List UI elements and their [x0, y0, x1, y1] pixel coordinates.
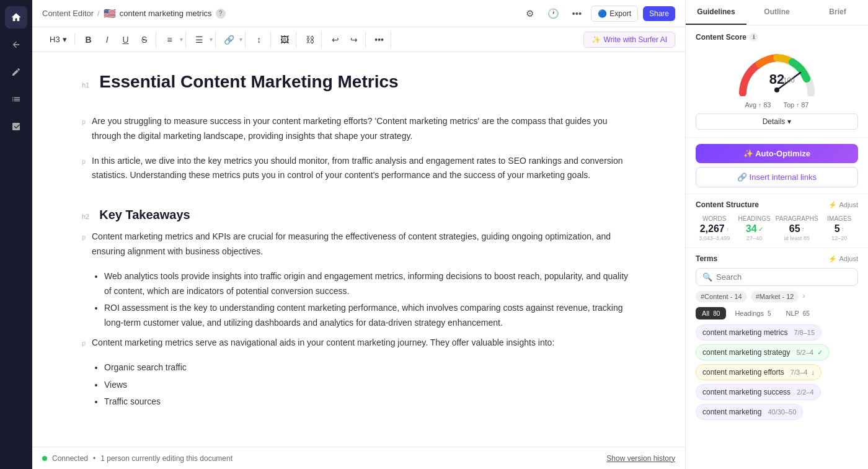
- auto-optimize-button[interactable]: ✨ Auto-Optimize: [696, 144, 858, 163]
- heading-select[interactable]: H3 ▾: [45, 34, 72, 45]
- tab-headings-label: Headings: [735, 310, 763, 317]
- score-help-icon[interactable]: ℹ: [749, 33, 758, 42]
- list-group: ☰ ▾: [188, 31, 216, 48]
- tab-guidelines[interactable]: Guidelines: [686, 0, 746, 25]
- sidebar-icon-list[interactable]: [5, 88, 27, 110]
- chain-button[interactable]: ⛓: [301, 31, 319, 48]
- show-history-button[interactable]: Show version history: [606, 454, 675, 463]
- share-label: Share: [649, 9, 669, 18]
- headings-label: HEADINGS: [735, 215, 773, 222]
- strikethrough-button[interactable]: S: [136, 31, 153, 48]
- bullet-1-text[interactable]: Web analytics tools provide insights int…: [104, 271, 628, 296]
- sub-bullet-2[interactable]: Views: [104, 378, 636, 393]
- tab-all-count: 80: [713, 310, 720, 317]
- more-icon[interactable]: •••: [567, 4, 586, 23]
- heading-2-1[interactable]: Key Takeaways: [99, 208, 190, 222]
- link-chevron: ▾: [239, 36, 242, 43]
- clock-icon[interactable]: 🕐: [544, 4, 562, 23]
- terms-search-input[interactable]: [716, 272, 851, 282]
- list-button[interactable]: ☰: [191, 31, 208, 48]
- sidebar-icon-back[interactable]: [5, 34, 27, 56]
- term-range-4: 40/30–50: [768, 408, 796, 416]
- sidebar-icon-analytics[interactable]: [5, 115, 27, 138]
- term-chip-3[interactable]: content marketing success 2/2–4: [696, 384, 821, 400]
- move-button[interactable]: ↕: [250, 31, 268, 48]
- term-chip-2[interactable]: content marketing efforts 7/3–4 ↓: [696, 364, 822, 380]
- write-ai-button[interactable]: ✨ Write with Surfer AI: [583, 32, 675, 48]
- paragraphs-label: PARAGRAPHS: [776, 215, 818, 222]
- action-buttons: ✨ Auto-Optimize 🔗 Insert internal links: [686, 138, 868, 194]
- paragraphs-stat: PARAGRAPHS 65 ↑ at least 85: [776, 215, 818, 241]
- para-2-text[interactable]: In this article, we dive into the key me…: [92, 154, 636, 184]
- gauge-svg: 82 /100: [733, 47, 820, 96]
- term-range-3: 2/2–4: [797, 388, 814, 396]
- doc-title[interactable]: Essential Content Marketing Metrics: [99, 72, 398, 92]
- tab-nlp[interactable]: NLP 65: [780, 307, 816, 319]
- search-icon: 🔍: [702, 272, 712, 282]
- score-stats: Avg ↑ 83 Top ↑ 87: [696, 101, 858, 109]
- para-4-text[interactable]: Content marketing metrics serve as navig…: [92, 336, 636, 351]
- image-button[interactable]: 🖼: [276, 31, 293, 48]
- undo-button[interactable]: ↩: [327, 31, 344, 48]
- term-text-0: content marketing metrics: [702, 328, 787, 337]
- term-chip-4[interactable]: content marketing 40/30–50: [696, 404, 803, 420]
- tab-all[interactable]: All 80: [696, 307, 726, 319]
- sub-bullet-1-text: Organic search traffic: [104, 362, 187, 372]
- para-2: p In this article, we dive into the key …: [82, 154, 636, 184]
- avg-arrow: ↑: [758, 102, 761, 109]
- heading-value: H3: [50, 35, 60, 44]
- words-value: 2,267: [700, 223, 725, 234]
- breadcrumb-doc-name[interactable]: content marketing metrics: [120, 9, 212, 18]
- tag-content-label: #Content - 14: [701, 293, 742, 300]
- images-stat: IMAGES 5 ↑ 12–20: [821, 215, 858, 241]
- para-3-text[interactable]: Content marketing metrics and KPIs are c…: [92, 230, 636, 259]
- redo-button[interactable]: ↪: [345, 31, 363, 48]
- headings-stat: HEADINGS 34 ✓ 27–40: [735, 215, 773, 241]
- sub-bullet-3[interactable]: Traffic sources: [104, 395, 636, 409]
- tab-nlp-label: NLP: [786, 310, 799, 317]
- italic-button[interactable]: I: [99, 31, 116, 48]
- heading-group: H3 ▾: [42, 34, 75, 45]
- terms-adjust-button[interactable]: ⚡ Adjust: [828, 255, 858, 263]
- sidebar-icon-home[interactable]: [5, 6, 27, 29]
- term-chip-0[interactable]: content marketing metrics 7/8–15: [696, 324, 822, 341]
- more-format-button[interactable]: •••: [371, 31, 388, 48]
- top-bar: Content Editor / 🇺🇸 content marketing me…: [32, 0, 685, 27]
- settings-icon[interactable]: ⚙: [520, 4, 539, 23]
- term-text-1: content marketing strategy: [702, 348, 790, 357]
- insert-links-button[interactable]: 🔗 Insert internal links: [696, 167, 858, 187]
- tag-market[interactable]: #Market - 12: [751, 291, 799, 302]
- breadcrumb-help-icon[interactable]: ?: [216, 9, 226, 19]
- term-chip-1[interactable]: content marketing strategy 5/2–4 ✓: [696, 344, 830, 360]
- tags-chevron[interactable]: ›: [802, 291, 805, 302]
- sidebar-icon-edit[interactable]: [5, 61, 27, 83]
- term-text-4: content marketing: [702, 408, 761, 416]
- sub-bullet-1[interactable]: Organic search traffic: [104, 360, 636, 375]
- underline-button[interactable]: U: [117, 31, 135, 48]
- align-group: ≡ ▾: [159, 31, 186, 48]
- tab-headings[interactable]: Headings 5: [728, 307, 777, 319]
- para-1-text[interactable]: Are you struggling to measure success in…: [92, 114, 636, 144]
- share-button[interactable]: Share: [643, 6, 675, 21]
- link-button[interactable]: 🔗: [221, 31, 238, 48]
- breadcrumb-separator: /: [97, 9, 100, 18]
- structure-adjust-button[interactable]: ⚡ Adjust: [828, 201, 858, 209]
- breadcrumb: Content Editor / 🇺🇸 content marketing me…: [42, 7, 515, 19]
- tab-brief[interactable]: Brief: [807, 0, 868, 25]
- para-3: p Content marketing metrics and KPIs are…: [82, 230, 636, 259]
- main-area: Content Editor / 🇺🇸 content marketing me…: [32, 0, 685, 469]
- tab-outline[interactable]: Outline: [746, 0, 807, 25]
- words-label: WORDS: [696, 215, 733, 222]
- export-button[interactable]: 🔵 Export: [591, 6, 638, 22]
- terms-search-box[interactable]: 🔍: [696, 268, 858, 286]
- images-arrow: ↑: [841, 226, 844, 233]
- avg-label: Avg: [745, 101, 756, 109]
- align-button[interactable]: ≡: [161, 31, 179, 48]
- tab-all-label: All: [702, 310, 709, 317]
- tag-content[interactable]: #Content - 14: [696, 291, 747, 302]
- editor-area[interactable]: h1 Essential Content Marketing Metrics p…: [32, 52, 685, 447]
- bullet-2-text[interactable]: ROI assessment is the key to understandi…: [104, 303, 623, 328]
- bold-button[interactable]: B: [80, 31, 97, 48]
- adjust-icon: ⚡: [828, 201, 837, 209]
- details-button[interactable]: Details ▾: [696, 114, 858, 130]
